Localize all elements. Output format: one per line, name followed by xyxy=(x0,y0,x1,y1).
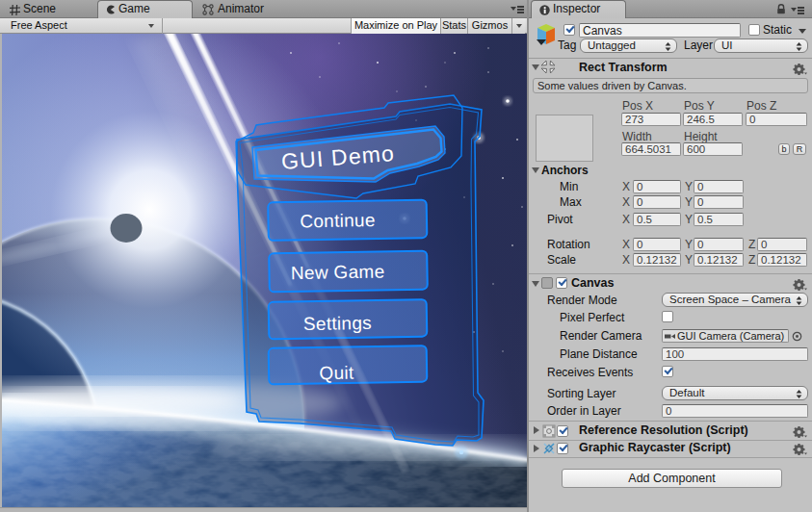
svg-text:Settings: Settings xyxy=(303,313,372,334)
svg-text:New Game: New Game xyxy=(291,261,385,283)
svg-text:Continue: Continue xyxy=(300,210,376,231)
svg-text:Quit: Quit xyxy=(319,363,354,384)
